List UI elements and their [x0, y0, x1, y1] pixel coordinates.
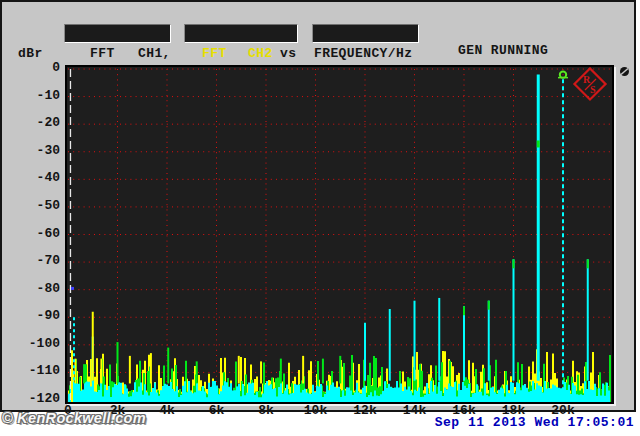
- y-axis-unit-label: dBr: [18, 46, 43, 61]
- analyzer-screen-panel: dBr FFT CH1, FFT CH2 vs FREQUENCY/Hz GEN…: [0, 0, 636, 412]
- x-tick-label: 10k: [304, 403, 327, 418]
- x-tick-label: 4k: [159, 403, 175, 418]
- y-tick-label: -10: [8, 88, 60, 103]
- svg-text:S: S: [590, 84, 596, 95]
- x-tick-label: 8k: [258, 403, 274, 418]
- x-axis-title: FREQUENCY/Hz: [314, 46, 412, 61]
- fft-spectrum-plot: R S: [65, 65, 614, 404]
- y-tick-label: -30: [8, 143, 60, 158]
- y-tick-label: -110: [8, 363, 60, 378]
- timestamp: Sep 11 2013 Wed 17:05:01: [435, 415, 634, 430]
- y-tick-label: 0: [8, 60, 60, 75]
- y-tick-label: -100: [8, 336, 60, 351]
- trace2-channel-label: CH2: [248, 46, 273, 61]
- watermark: © KenRockwell.com: [2, 410, 146, 426]
- y-tick-label: -50: [8, 198, 60, 213]
- y-tick-label: -20: [8, 115, 60, 130]
- screen-marker-icon: [619, 64, 630, 75]
- vs-label: vs: [280, 46, 296, 61]
- display-window-1: [64, 24, 171, 43]
- status-generator: GEN RUNNING: [458, 42, 597, 59]
- x-tick-label: 6k: [209, 403, 225, 418]
- display-window-2: [184, 24, 298, 43]
- trace1-type-label: FFT: [90, 46, 115, 61]
- y-tick-label: -70: [8, 253, 60, 268]
- display-window-3: [312, 24, 419, 43]
- trace1-channel-label: CH1,: [138, 46, 171, 61]
- spectrum-svg: R S: [67, 67, 612, 402]
- x-tick-label: 14k: [403, 403, 426, 418]
- x-tick-label: 12k: [353, 403, 376, 418]
- trace2-type-label: FFT: [202, 46, 227, 61]
- y-tick-label: -40: [8, 170, 60, 185]
- y-tick-label: -60: [8, 226, 60, 241]
- y-tick-label: -120: [8, 391, 60, 406]
- y-tick-label: -90: [8, 308, 60, 323]
- y-tick-label: -80: [8, 281, 60, 296]
